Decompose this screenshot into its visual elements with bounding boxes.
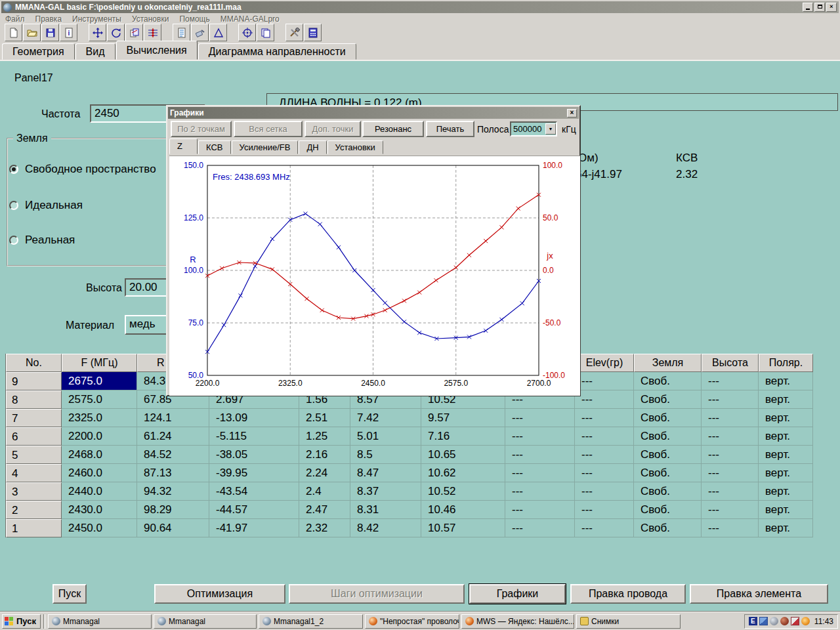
table-cell[interactable]: 5 xyxy=(6,446,62,464)
table-cell[interactable]: 8.47 xyxy=(350,464,421,482)
table-cell[interactable]: 2.32 xyxy=(299,519,350,537)
table-cell[interactable]: 10.65 xyxy=(421,446,505,464)
table-cell[interactable]: верт. xyxy=(759,427,813,446)
menu-tools[interactable]: Инструменты xyxy=(72,14,121,24)
table-cell[interactable]: 2.47 xyxy=(299,501,350,519)
table-cell[interactable]: -5.115 xyxy=(209,427,299,446)
tab-view[interactable]: Вид xyxy=(75,43,116,60)
table-cell[interactable]: Своб. xyxy=(634,482,702,501)
open-file-button[interactable] xyxy=(23,24,41,41)
chevron-down-icon[interactable]: ▼ xyxy=(545,123,556,135)
table-cell[interactable]: --- xyxy=(575,482,634,501)
radio-icon[interactable] xyxy=(9,236,18,245)
tab-z[interactable]: Z xyxy=(169,138,198,154)
table-cell[interactable]: --- xyxy=(702,390,759,409)
resonance-button[interactable]: Резонанс xyxy=(362,121,424,137)
table-cell[interactable]: --- xyxy=(702,501,759,519)
table-cell[interactable]: 2450.0 xyxy=(62,519,137,537)
table-cell[interactable]: 124.1 xyxy=(137,409,209,427)
wire-list-button[interactable] xyxy=(144,24,161,41)
table-cell[interactable]: --- xyxy=(505,427,575,446)
table-cell[interactable]: 9 xyxy=(6,372,62,390)
table-cell[interactable]: 8.5 xyxy=(350,446,421,464)
table-cell[interactable]: 98.29 xyxy=(137,501,209,519)
center-button[interactable] xyxy=(238,24,256,41)
table-cell[interactable]: 61.24 xyxy=(137,427,209,446)
table-cell[interactable]: --- xyxy=(575,390,634,409)
save-button[interactable] xyxy=(41,24,59,41)
table-cell[interactable]: --- xyxy=(575,427,634,446)
table-cell[interactable]: --- xyxy=(575,446,634,464)
move-button[interactable] xyxy=(89,24,106,41)
table-cell[interactable]: -38.05 xyxy=(209,446,299,464)
table-cell[interactable]: 10.62 xyxy=(421,464,505,482)
dialog-titlebar[interactable]: Графики × xyxy=(168,107,579,119)
table-cell[interactable]: 7 xyxy=(6,409,62,427)
table-cell[interactable]: 8.31 xyxy=(350,501,421,519)
taskbar-task-button[interactable]: MWS — Яндекс: Нашёлс... xyxy=(461,614,574,629)
dialog-close-button[interactable]: × xyxy=(567,109,577,117)
tab-pattern[interactable]: Диаграмма направленности xyxy=(198,43,356,60)
tray-status-icon[interactable] xyxy=(770,617,778,625)
tab-setup[interactable]: Установки xyxy=(327,140,383,154)
graphs-button[interactable]: Графики xyxy=(469,584,566,604)
table-cell[interactable]: верт. xyxy=(759,446,813,464)
tab-dn[interactable]: ДН xyxy=(299,140,326,154)
table-cell[interactable]: --- xyxy=(575,409,634,427)
table-cell[interactable]: Своб. xyxy=(634,519,702,537)
tray-clock-app-icon[interactable] xyxy=(801,617,810,625)
triangle-button[interactable] xyxy=(209,24,227,41)
table-cell[interactable]: 10.57 xyxy=(421,519,505,537)
tray-e-icon[interactable]: E xyxy=(749,617,757,625)
table-cell[interactable]: верт. xyxy=(759,482,813,501)
info-button[interactable]: i xyxy=(60,24,77,41)
radio-icon[interactable] xyxy=(9,165,18,174)
table-cell[interactable]: 5.01 xyxy=(350,427,421,446)
radio-ideal-ground[interactable]: Идеальная xyxy=(9,199,83,212)
table-cell[interactable]: 84.52 xyxy=(137,446,209,464)
table-cell[interactable]: --- xyxy=(702,519,759,537)
erase-button[interactable] xyxy=(191,24,209,41)
table-cell[interactable]: -43.54 xyxy=(209,482,299,501)
table-cell[interactable]: верт. xyxy=(759,409,813,427)
table-cell[interactable]: верт. xyxy=(759,501,813,519)
table-cell[interactable]: Своб. xyxy=(634,372,702,390)
menu-settings[interactable]: Установки xyxy=(132,14,169,24)
table-cell[interactable]: --- xyxy=(702,482,759,501)
print-button[interactable]: Печать xyxy=(426,121,474,137)
menu-help[interactable]: Помощь xyxy=(179,14,209,24)
table-cell[interactable]: 2325.0 xyxy=(62,409,137,427)
table-cell[interactable]: -41.97 xyxy=(209,519,299,537)
table-cell[interactable]: 2430.0 xyxy=(62,501,137,519)
table-cell[interactable]: верт. xyxy=(759,519,813,537)
description-button[interactable] xyxy=(173,24,190,41)
table-cell[interactable]: 94.32 xyxy=(137,482,209,501)
taskbar-task-button[interactable]: "Непростая" проволочна... xyxy=(365,614,459,629)
table-cell[interactable]: 1.25 xyxy=(299,427,350,446)
table-cell[interactable]: 2.16 xyxy=(299,446,350,464)
table-cell[interactable]: 2675.0 xyxy=(62,372,137,390)
taskbar-task-button[interactable]: Mmanagal xyxy=(154,614,257,629)
start-button[interactable]: Пуск xyxy=(2,614,41,629)
table-cell[interactable]: --- xyxy=(505,446,575,464)
band-combo[interactable]: 500000 ▼ xyxy=(510,121,557,136)
calculate-button[interactable] xyxy=(304,24,322,41)
table-cell[interactable]: --- xyxy=(505,482,575,501)
table-cell[interactable]: --- xyxy=(702,464,759,482)
run-button[interactable]: Пуск xyxy=(52,584,87,604)
table-cell[interactable]: 8.37 xyxy=(350,482,421,501)
table-cell[interactable]: --- xyxy=(505,501,575,519)
table-cell[interactable]: 7.16 xyxy=(421,427,505,446)
table-cell[interactable]: 2200.0 xyxy=(62,427,137,446)
tab-calculations[interactable]: Вычисления xyxy=(116,41,198,60)
table-cell[interactable]: Своб. xyxy=(634,501,702,519)
optimization-button[interactable]: Оптимизация xyxy=(154,584,285,604)
radio-real-ground[interactable]: Реальная xyxy=(9,234,75,247)
tray-antivirus-icon[interactable] xyxy=(791,617,799,625)
rotate-button[interactable] xyxy=(107,24,125,41)
tab-geometry[interactable]: Геометрия xyxy=(2,43,75,60)
table-cell[interactable]: 2 xyxy=(6,501,62,519)
table-cell[interactable]: 10.52 xyxy=(421,482,505,501)
table-cell[interactable]: 3 xyxy=(6,482,62,501)
table-cell[interactable]: верт. xyxy=(759,390,813,409)
